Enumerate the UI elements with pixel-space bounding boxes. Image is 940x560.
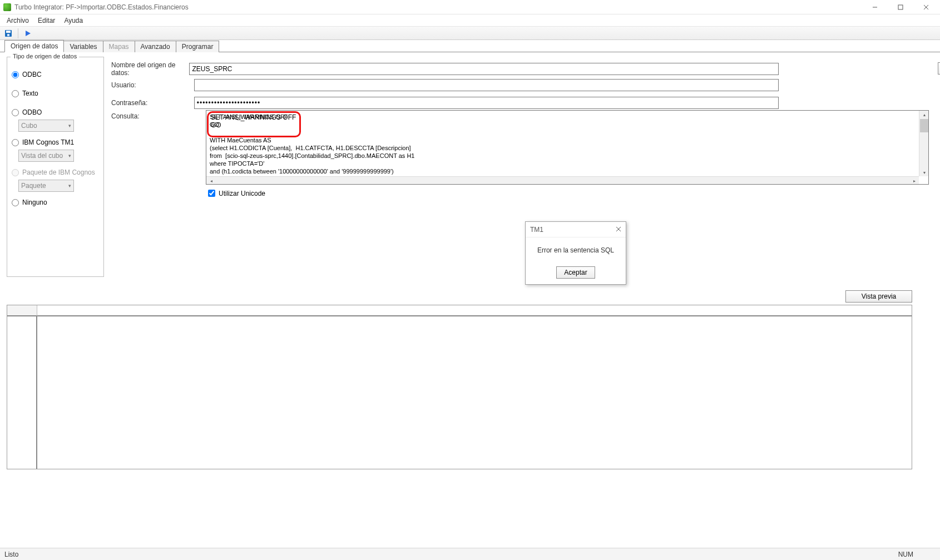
app-icon — [3, 3, 11, 11]
ds-type-group: Tipo de origen de datos ODBC Texto ODBO … — [7, 57, 104, 277]
query-label: Consulta: — [111, 112, 206, 120]
unicode-checkbox[interactable]: Utilizar Unicode — [206, 188, 265, 199]
preview-grid — [7, 305, 912, 469]
tab-advanced[interactable]: Avanzado — [135, 41, 176, 52]
radio-odbo-label: ODBO — [22, 108, 42, 116]
radio-none-label: Ninguno — [22, 199, 47, 206]
combo-package: Paquete▾ — [18, 180, 74, 192]
user-label: Usuario: — [111, 81, 194, 89]
password-label: Contraseña: — [111, 99, 194, 107]
menu-help[interactable]: Ayuda — [60, 16, 87, 26]
radio-odbo[interactable]: ODBO — [12, 107, 99, 117]
error-dialog: TM1 Error en la sentencia SQL Aceptar — [525, 221, 626, 285]
radio-tm1-label: IBM Cognos TM1 — [22, 138, 74, 146]
tab-variables[interactable]: Variables — [63, 41, 103, 52]
combo-cube: Cubo▾ — [18, 120, 74, 132]
menubar: Archivo Editar Ayuda — [0, 14, 940, 27]
dialog-ok-button[interactable]: Aceptar — [556, 266, 595, 279]
minimize-button[interactable] — [862, 1, 888, 14]
radio-tm1[interactable]: IBM Cognos TM1 — [12, 137, 99, 147]
menu-edit[interactable]: Editar — [33, 16, 60, 26]
radio-text-label: Texto — [22, 90, 38, 97]
svg-rect-5 — [6, 31, 11, 33]
run-button[interactable] — [22, 28, 34, 39]
status-num: NUM — [898, 551, 913, 558]
query-hscroll[interactable]: ◂ ▸ — [206, 176, 919, 184]
grid-rowheader — [7, 316, 37, 469]
radio-odbc[interactable]: ODBC — [12, 70, 99, 80]
query-vscroll[interactable]: ▴ ▾ — [919, 111, 928, 176]
combo-cubeview: Vista del cubo▾ — [18, 150, 74, 162]
svg-rect-1 — [898, 5, 903, 9]
scroll-thumb[interactable] — [920, 119, 928, 132]
grid-header — [37, 305, 912, 316]
scroll-left-icon[interactable]: ◂ — [206, 177, 216, 185]
query-textarea[interactable]: SET ANSI_WARNINGS OFF GO WITH MaeCuentas… — [206, 111, 928, 184]
svg-marker-7 — [26, 31, 31, 36]
radio-none[interactable]: Ninguno — [12, 197, 99, 207]
menu-file[interactable]: Archivo — [2, 16, 33, 26]
ds-name-label: Nombre del origen de datos: — [111, 61, 189, 77]
dialog-title: TM1 — [530, 226, 616, 234]
browse-button[interactable]: Examinar... — [938, 62, 940, 75]
dialog-close-button[interactable] — [616, 226, 621, 234]
tab-schedule[interactable]: Programar — [176, 41, 220, 52]
tab-maps[interactable]: Mapas — [103, 41, 135, 52]
scroll-up-icon[interactable]: ▴ — [919, 111, 929, 118]
tab-content: Tipo de origen de datos ODBC Texto ODBO … — [0, 52, 940, 475]
grid-corner — [7, 305, 37, 316]
unicode-label: Utilizar Unicode — [219, 190, 265, 197]
grid-cells — [37, 316, 912, 469]
statusbar: Listo NUM — [0, 548, 940, 560]
toolbar — [0, 27, 940, 40]
query-textarea-container: SET ANSI_WARNINGS OFF GO WITH MaeCuentas… — [206, 110, 929, 185]
dialog-message: Error en la sentencia SQL — [526, 237, 626, 263]
radio-cognos-label: Paquete de IBM Cognos — [22, 169, 95, 176]
svg-rect-6 — [7, 34, 9, 36]
scroll-right-icon[interactable]: ▸ — [909, 177, 919, 185]
ds-type-legend: Tipo de origen de datos — [11, 53, 79, 60]
tabbar: Origen de datos Variables Mapas Avanzado… — [0, 40, 940, 52]
user-input[interactable] — [194, 79, 779, 91]
maximize-button[interactable] — [888, 1, 913, 14]
scroll-down-icon[interactable]: ▾ — [919, 169, 929, 176]
radio-text[interactable]: Texto — [12, 88, 99, 98]
preview-button[interactable]: Vista previa — [845, 290, 912, 303]
radio-odbc-label: ODBC — [22, 71, 42, 78]
status-left: Listo — [4, 551, 18, 558]
window-title: Turbo Integrator: PF->Importar.ODBC.Esta… — [14, 3, 862, 11]
radio-cognos-package: Paquete de IBM Cognos — [12, 167, 99, 177]
ds-name-input[interactable] — [189, 63, 779, 75]
titlebar: Turbo Integrator: PF->Importar.ODBC.Esta… — [0, 0, 940, 14]
password-input[interactable] — [194, 97, 779, 109]
save-button[interactable] — [2, 28, 14, 39]
tab-origin[interactable]: Origen de datos — [4, 40, 64, 52]
close-button[interactable] — [913, 1, 939, 14]
toolbar-separator — [18, 28, 18, 38]
